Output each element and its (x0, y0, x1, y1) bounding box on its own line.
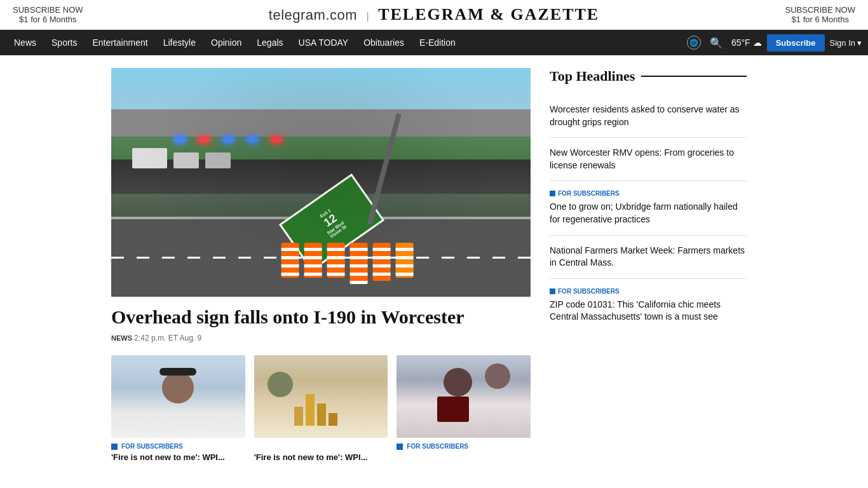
person-head (162, 372, 194, 403)
logo-pipe: | (367, 11, 369, 22)
nav-usatoday[interactable]: USA TODAY (291, 30, 356, 55)
sub-articles-row: FOR SUBSCRIBERS 'Fire is not new to me':… (111, 355, 531, 463)
nav-news[interactable]: News (6, 30, 44, 55)
jersey-dark (437, 396, 469, 422)
hero-image-inner: Exit 1 12 Star Blvd Vision St (111, 68, 531, 297)
top-headlines-title: Top Headlines (550, 68, 635, 85)
headline-3-badge: FOR SUBSCRIBERS (550, 190, 747, 197)
nav-right-area: 🌐 🔍 65°F ☁ Subscribe Sign In ▾ (687, 34, 862, 51)
sub-article-1-title[interactable]: 'Fire is not new to me': WPI... (111, 452, 245, 463)
subscriber-sq-icon-3 (550, 191, 555, 196)
subscribe-right-title: SUBSCRIBE NOW (785, 5, 855, 15)
scene-overlay (111, 68, 531, 297)
sub-article-3-badge: FOR SUBSCRIBERS (397, 443, 531, 450)
subscribe-right-btn[interactable]: SUBSCRIBE NOW $1 for 6 Months (785, 5, 855, 24)
sidebar: Top Headlines Worcester residents asked … (550, 68, 747, 463)
headline-item-4[interactable]: National Farmers Market Week: Farmers ma… (550, 236, 747, 279)
nav-opinion[interactable]: Opinion (203, 30, 249, 55)
subscribe-left-btn[interactable]: SUBSCRIBE NOW $1 for 6 Months (13, 5, 83, 24)
hero-category: NEWS (111, 334, 132, 342)
sub-article-3-image (397, 355, 531, 438)
subscribe-right-sub: $1 for 6 Months (785, 15, 855, 24)
sub-article-1-image (111, 355, 245, 438)
hero-image[interactable]: Exit 1 12 Star Blvd Vision St (111, 68, 531, 297)
subscriber-badge-icon-1 (111, 444, 118, 450)
headline-4-title: National Farmers Market Week: Farmers ma… (550, 245, 747, 269)
for-subscribers-3: FOR SUBSCRIBERS (550, 190, 620, 197)
top-banner: SUBSCRIBE NOW $1 for 6 Months telegram.c… (0, 0, 868, 30)
signin-button[interactable]: Sign In ▾ (830, 38, 862, 48)
headset-band (159, 368, 196, 376)
player-head-1 (444, 368, 472, 396)
articles-main: Exit 1 12 Star Blvd Vision St (111, 68, 531, 463)
main-content: Exit 1 12 Star Blvd Vision St (0, 55, 868, 476)
subscriber-badge-text-3: FOR SUBSCRIBERS (407, 443, 468, 450)
hero-meta: NEWS 2:42 p.m. ET Aug. 9 (111, 334, 531, 342)
weather-icon: ☁ (753, 37, 762, 48)
sub-article-1[interactable]: FOR SUBSCRIBERS 'Fire is not new to me':… (111, 355, 245, 463)
nav-entertainment[interactable]: Entertainment (85, 30, 155, 55)
subscribe-left-title: SUBSCRIBE NOW (13, 5, 83, 15)
headline-3-title: One to grow on; Uxbridge farm nationally… (550, 201, 747, 226)
sub-article-2-title[interactable]: 'Fire is not new to me': WPI... (254, 452, 388, 463)
chart-bars (294, 394, 337, 426)
headline-item-2[interactable]: New Worcester RMV opens: From groceries … (550, 138, 747, 181)
sub-article-2[interactable]: FOR SUBSCRIBERS 'Fire is not new to me':… (254, 355, 388, 463)
for-subscribers-5: FOR SUBSCRIBERS (550, 288, 620, 295)
headline-item-3[interactable]: FOR SUBSCRIBERS One to grow on; Uxbridge… (550, 181, 747, 235)
site-domain[interactable]: telegram.com (269, 7, 357, 23)
top-headlines-header: Top Headlines (550, 68, 747, 85)
weather-display: 65°F ☁ (731, 37, 762, 48)
temperature: 65°F (731, 37, 750, 48)
subscriber-label-3: FOR SUBSCRIBERS (558, 190, 620, 197)
nav-eedition[interactable]: E-Edition (412, 30, 463, 55)
headline-item-1[interactable]: Worcester residents asked to conserve wa… (550, 95, 747, 138)
headline-2-title: New Worcester RMV opens: From groceries … (550, 147, 747, 172)
headline-item-5[interactable]: FOR SUBSCRIBERS ZIP code 01031: This 'Ca… (550, 279, 747, 332)
logo-area: telegram.com | TELEGRAM & GAZETTE (83, 5, 785, 24)
subscriber-badge-text-1: FOR SUBSCRIBERS (121, 443, 183, 450)
navbar-subscribe-button[interactable]: Subscribe (767, 34, 825, 51)
nav-obituaries[interactable]: Obituaries (356, 30, 412, 55)
nav-legals[interactable]: Legals (249, 30, 290, 55)
sub-article-1-badge: FOR SUBSCRIBERS (111, 443, 245, 450)
player-head-2 (485, 363, 510, 389)
headline-5-title: ZIP code 01031: This 'California chic me… (550, 299, 747, 323)
person-avatar-2 (268, 372, 293, 397)
global-icon[interactable]: 🌐 (687, 36, 701, 50)
hero-timestamp: 2:42 p.m. ET Aug. 9 (134, 334, 201, 342)
nav-lifestyle[interactable]: Lifestyle (156, 30, 203, 55)
subscriber-label-5: FOR SUBSCRIBERS (558, 288, 620, 295)
subscribe-left-sub: $1 for 6 Months (13, 15, 83, 24)
sub-article-3[interactable]: FOR SUBSCRIBERS (397, 355, 531, 463)
search-icon[interactable]: 🔍 (706, 37, 726, 49)
hero-title[interactable]: Overhead sign falls onto I-190 in Worces… (111, 306, 531, 329)
signin-label: Sign In (830, 38, 855, 48)
chevron-down-icon: ▾ (857, 38, 862, 48)
brand-name[interactable]: TELEGRAM & GAZETTE (378, 5, 599, 24)
headline-divider-line (641, 76, 747, 77)
nav-sports[interactable]: Sports (44, 30, 85, 55)
headline-5-badge: FOR SUBSCRIBERS (550, 288, 747, 295)
sub-article-2-image (254, 355, 388, 438)
headline-1-title: Worcester residents asked to conserve wa… (550, 104, 747, 128)
main-navbar: News Sports Entertainment Lifestyle Opin… (0, 30, 868, 55)
subscriber-badge-icon-3 (397, 444, 403, 450)
subscriber-sq-icon-5 (550, 288, 555, 294)
